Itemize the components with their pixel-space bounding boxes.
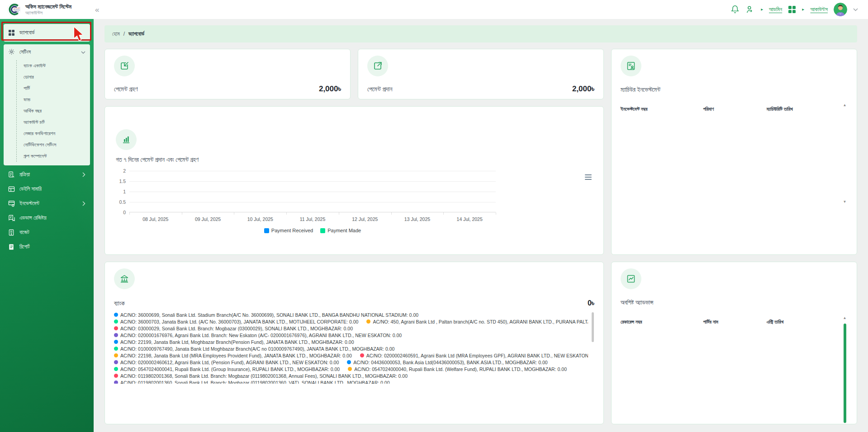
bank-account-entry[interactable]: AC/NO: 22199, Janata Bank Ltd, Moghbazar… xyxy=(114,339,354,345)
sidebar: ড্যাশবোর্ড সেটিংস ব্যাংক একাউন্টডোনারপার… xyxy=(0,19,94,432)
bank-account-text: AC/NO: 03000029, Sonali Bank Ltd. Branch… xyxy=(120,326,353,331)
sidebar-item-advance-register[interactable]: এডভান্স রেজিষ্টার xyxy=(4,211,90,225)
column-header: পরিমাণ xyxy=(703,106,766,112)
bank-account-entry[interactable]: AC/NO: 0100009767490, Janata Bank Ltd Mo… xyxy=(114,346,394,352)
legend-marker xyxy=(264,228,269,233)
bank-list-row: AC/NO: 0119802001368, Sonali Bank Ltd. B… xyxy=(114,372,588,379)
app-titles: অফিস ম্যানেজমেন্ট সিস্টেম অ্যাকাউন্টস xyxy=(25,4,71,16)
bank-account-entry[interactable]: AC/NO: 36000699, Sonali Bank Ltd. Stadiu… xyxy=(114,312,418,318)
user-avatar[interactable] xyxy=(834,3,847,16)
sidebar-item-report[interactable]: রিপোর্ট xyxy=(4,240,90,254)
apps-grid-icon[interactable] xyxy=(788,5,796,14)
mature-investment-scrollbar: ▲ ▼ xyxy=(842,103,848,204)
bank-account-entry[interactable]: AC/NO: 36000703, Janata Bank Ltd. (A/C N… xyxy=(114,319,358,324)
sidebar-item-dashboard[interactable]: ড্যাশবোর্ড xyxy=(4,24,90,42)
sidebar-item-group-component[interactable]: গ্রুপ কম্পোনেন্ট xyxy=(17,150,90,162)
sidebar-item-process[interactable]: প্রক্রিয়া xyxy=(4,168,90,181)
payments-chart: 21.510.50 08 Jul, 202509 Jul, 202510 Jul… xyxy=(116,171,496,233)
x-tick xyxy=(339,212,339,215)
bank-account-entry[interactable]: AC/NO: 0119802001360, Sonali Bank Ltd. B… xyxy=(114,380,390,384)
mature-investment-table: ইনভেস্টমেন্ট নম্বরপরিমাণম্যাচিউরিটি তারি… xyxy=(621,95,848,204)
bank-account-entry[interactable]: AC/NO: 450, Agrani Bank Ltd , Paltan bra… xyxy=(366,319,588,324)
scroll-up-icon[interactable]: ▲ xyxy=(843,316,847,320)
legend-dot-icon xyxy=(348,367,352,371)
y-tick-label: 0.5 xyxy=(119,199,126,205)
sidebar-group-settings: সেটিংস ব্যাংক একাউন্টডোনারপার্টিফান্ডআর্… xyxy=(4,44,90,165)
bank-list-row: AC/NO: 0200001676976, Agrani Bank Ltd. B… xyxy=(114,332,588,338)
remaining-advance-card: অবশিষ্ট অ্যাডভান্স রেফারেন্স নম্বরপার্টি… xyxy=(611,262,857,424)
top-header: Microcredit Regulatory Authority অফিস ম্… xyxy=(0,0,868,19)
notification-bell-icon[interactable] xyxy=(730,5,740,14)
sidebar-item-notification-settings[interactable]: নোটিফিকেশন সেটিংস xyxy=(17,139,90,150)
bank-account-text: AC/NO: 36000703, Janata Bank Ltd. (A/C N… xyxy=(120,319,358,324)
sidebar-item-label: বাজেট xyxy=(19,230,29,235)
sidebar-item-ledger-configuration[interactable]: লেজার কনফিগারেশন xyxy=(17,128,90,139)
sidebar-item-bank-account[interactable]: ব্যাংক একাউন্ট xyxy=(17,60,90,71)
gear-icon xyxy=(8,48,15,56)
legend-dot-icon xyxy=(114,313,118,317)
payment-made-label: পেমেন্ট প্রদান xyxy=(367,85,392,93)
legend-marker xyxy=(320,228,325,233)
sidebar-item-label: রিপোর্ট xyxy=(19,244,30,250)
bar-group xyxy=(286,171,339,212)
payment-received-value: 2,000৳ xyxy=(319,85,341,94)
sidebar-item-budget[interactable]: বাজেট xyxy=(4,226,90,239)
sidebar-item-label: এডভান্স রেজিষ্টার xyxy=(19,215,47,221)
advance-register-icon xyxy=(8,215,15,221)
chart-menu-icon[interactable] xyxy=(585,174,592,180)
mature-investment-icon xyxy=(621,56,641,76)
scroll-down-icon[interactable]: ▼ xyxy=(843,200,847,204)
profile-chevron-down-icon[interactable] xyxy=(853,8,858,11)
sidebar-item-label: ইনভেস্টমেন্ট xyxy=(19,201,39,207)
column-header: ইনভেস্টমেন্ট নম্বর xyxy=(621,106,703,112)
bank-card: ব্যাংক 0৳ AC/NO: 36000699, Sonali Bank L… xyxy=(104,262,604,424)
mature-investment-header-row: ইনভেস্টমেন্ট নম্বরপরিমাণম্যাচিউরিটি তারি… xyxy=(621,95,840,116)
bank-account-entry[interactable]: AC/NO: 03000029, Sonali Bank Ltd. Branch… xyxy=(114,326,353,331)
sidebar-item-fund[interactable]: ফান্ড xyxy=(17,94,90,105)
accounts-module-link[interactable]: আকাউন্টস xyxy=(811,6,828,13)
sidebar-item-donor[interactable]: ডোনার xyxy=(17,71,90,83)
caret-right-icon: ▶ xyxy=(761,8,763,11)
app-brand: Microcredit Regulatory Authority অফিস ম্… xyxy=(0,3,89,16)
x-tick-label: 12 Jul, 2025 xyxy=(339,216,391,222)
sidebar-item-account-chart[interactable]: অ্যাকাউন্ট চার্ট xyxy=(17,117,90,128)
sidebar-collapse-button[interactable]: « xyxy=(95,6,99,14)
bank-account-entry[interactable]: AC/NO: 0547024000040, Rupali Bank Ltd. (… xyxy=(348,366,567,372)
header-actions: ▶ আডমিন ▶ আকাউন্টস xyxy=(730,3,868,16)
chevron-right-icon xyxy=(82,172,85,177)
bank-account-entry[interactable]: AC/NO: 0200002460612, Agrani Bank Ltd, (… xyxy=(114,360,339,365)
bar-chart-icon xyxy=(116,129,137,150)
sidebar-item-settings[interactable]: সেটিংস xyxy=(4,44,90,60)
bank-account-entry[interactable]: AC/NO: 0547024000041, Rupali Bank Ltd. (… xyxy=(114,366,340,372)
breadcrumb-home[interactable]: হোম xyxy=(112,31,120,37)
user-switch-icon[interactable] xyxy=(745,5,755,14)
sidebar-item-daily-summary[interactable]: ডেইলি সামারি xyxy=(4,183,90,196)
scroll-up-icon[interactable]: ▲ xyxy=(843,103,847,107)
bank-account-entry[interactable]: AC/NO: 0200002460591, Agrani Bank Ltd (M… xyxy=(360,353,588,358)
dashboard-icon xyxy=(8,29,15,36)
admin-link[interactable]: আডমিন xyxy=(769,6,782,13)
sidebar-item-party[interactable]: পার্টি xyxy=(17,83,90,94)
bank-account-entry[interactable]: AC/NO: 04436000053, Bank Asia Ltd(044360… xyxy=(347,360,547,365)
chevron-down-icon xyxy=(81,51,85,54)
bank-account-entry[interactable]: AC/NO: 0119802001368, Sonali Bank Ltd. B… xyxy=(114,373,408,379)
bank-account-entry[interactable]: AC/NO: 0200001676976, Agrani Bank Ltd. B… xyxy=(114,333,402,338)
bank-list-scrollbar[interactable] xyxy=(592,312,594,342)
sidebar-item-label: প্রক্রিয়া xyxy=(19,172,30,178)
sidebar-item-label: ড্যাশবোর্ড xyxy=(19,30,34,36)
legend-item[interactable]: Payment Made xyxy=(320,228,361,233)
sidebar-item-investment[interactable]: ইনভেস্টমেন্ট xyxy=(4,197,90,210)
bank-account-text: AC/NO: 36000699, Sonali Bank Ltd. Stadiu… xyxy=(120,312,418,318)
x-tick-label: 14 Jul, 2025 xyxy=(443,216,496,222)
bank-account-entry[interactable]: AC/NO: 22198, Janata Bank Ltd (MRA Emplo… xyxy=(114,353,352,358)
chart-plot-area xyxy=(129,171,496,212)
bank-account-text: AC/NO: 0200002460612, Agrani Bank Ltd, (… xyxy=(120,360,339,365)
legend-item[interactable]: Payment Received xyxy=(264,228,313,233)
sidebar-item-fiscal-year[interactable]: আর্থিক বছর xyxy=(17,105,90,117)
remaining-advance-scroll-thumb[interactable] xyxy=(844,324,846,423)
bank-account-text: AC/NO: 0119802001368, Sonali Bank Ltd. B… xyxy=(120,373,408,379)
bank-account-text: AC/NO: 04436000053, Bank Asia Ltd(044360… xyxy=(353,360,547,365)
x-tick-label: 09 Jul, 2025 xyxy=(182,216,234,222)
bank-list-row: AC/NO: 0200002460612, Agrani Bank Ltd, (… xyxy=(114,359,588,366)
legend-dot-icon xyxy=(114,380,118,384)
